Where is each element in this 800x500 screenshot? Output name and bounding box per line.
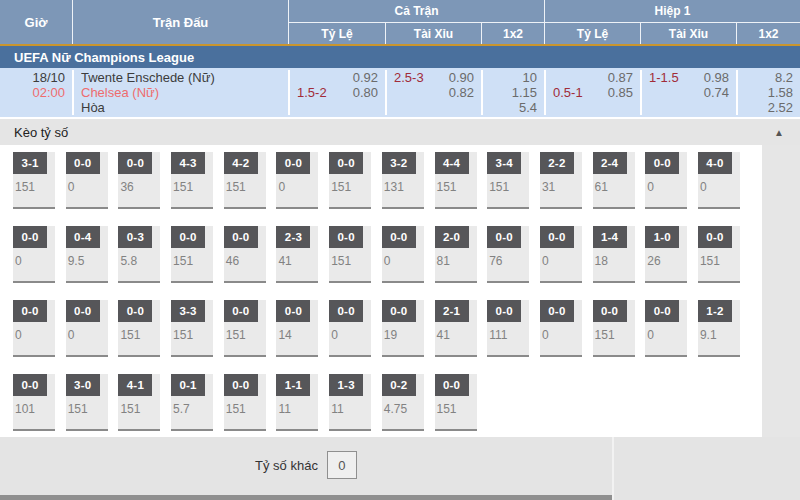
full-overunder-cell[interactable]: 2.5-30.90 0.82 <box>385 70 481 115</box>
full-over-odds[interactable]: 0.90 <box>449 70 474 85</box>
score-cell[interactable]: 0-0 19 <box>382 300 424 357</box>
score-cell[interactable]: 0-0 0 <box>540 226 582 283</box>
score-cell[interactable]: 0-0 151 <box>224 374 266 431</box>
score-badge: 0-0 <box>487 226 521 248</box>
score-cell[interactable]: 0-0 0 <box>645 300 687 357</box>
full-handicap-home-odds[interactable]: 0.92 <box>353 70 378 85</box>
score-badge: 4-3 <box>171 152 205 174</box>
score-cell[interactable]: 1-3 11 <box>329 374 371 431</box>
score-cell[interactable]: 0-0 46 <box>224 226 266 283</box>
half-1x2-away[interactable]: 1.58 <box>768 85 793 100</box>
horizontal-scrollbar-thumb[interactable] <box>0 495 612 500</box>
score-cell[interactable]: 0-0 151 <box>329 152 371 209</box>
collapse-arrow-icon[interactable]: ▲ <box>774 127 784 138</box>
score-cell[interactable]: 0-0 151 <box>593 300 635 357</box>
score-cell[interactable]: 2-4 61 <box>593 152 635 209</box>
other-score-box[interactable]: 0 <box>327 451 357 479</box>
score-badge: 1-1 <box>276 374 310 396</box>
score-cell[interactable]: 0-0 151 <box>224 300 266 357</box>
half-overunder-cell[interactable]: 1-1.50.98 0.74 <box>640 70 736 115</box>
score-cell[interactable]: 0-0 151 <box>118 300 160 357</box>
half-over-odds[interactable]: 0.98 <box>704 70 729 85</box>
group-header-full-time: Cả Trận <box>288 0 544 22</box>
score-cell[interactable]: 4-1 151 <box>118 374 160 431</box>
column-header-full-handicap: Tỷ Lệ <box>288 22 385 44</box>
score-cell[interactable]: 1-1 11 <box>276 374 318 431</box>
score-badge: 0-0 <box>66 300 100 322</box>
score-cell[interactable]: 0-0 14 <box>276 300 318 357</box>
score-cell[interactable]: 0-1 5.7 <box>171 374 213 431</box>
score-odds-value: 151 <box>329 248 371 268</box>
score-odds-value: 0 <box>645 322 687 342</box>
score-badge: 2-2 <box>540 152 574 174</box>
half-under-odds[interactable]: 0.74 <box>704 85 729 100</box>
score-cell[interactable]: 4-4 151 <box>435 152 477 209</box>
score-odds-value: 0 <box>13 248 55 268</box>
score-cell[interactable]: 0-0 111 <box>487 300 529 357</box>
half-1x2-home[interactable]: 8.2 <box>775 70 793 85</box>
half-1x2-draw[interactable]: 2.52 <box>768 100 793 115</box>
score-cell[interactable]: 0-0 0 <box>540 300 582 357</box>
score-odds-value: 4.75 <box>382 396 424 416</box>
score-cell[interactable]: 0-4 9.5 <box>66 226 108 283</box>
score-cell[interactable]: 0-0 151 <box>329 226 371 283</box>
score-cell[interactable]: 2-2 31 <box>540 152 582 209</box>
score-section-header[interactable]: Kèo tỷ số ▲ <box>0 119 800 145</box>
full-1x2-cell[interactable]: 10 1.15 5.4 <box>481 70 544 115</box>
score-cell[interactable]: 0-2 4.75 <box>382 374 424 431</box>
score-cell[interactable]: 0-0 151 <box>435 374 477 431</box>
score-cell[interactable]: 3-1 151 <box>13 152 55 209</box>
full-under-odds[interactable]: 0.82 <box>449 85 474 100</box>
score-cell[interactable]: 0-0 0 <box>382 226 424 283</box>
full-1x2-home[interactable]: 10 <box>523 70 537 85</box>
score-row: 0-0 101 3-0 151 4-1 151 0-1 5.7 0-0 151 … <box>0 374 800 431</box>
score-cell[interactable]: 3-2 131 <box>382 152 424 209</box>
score-odds-value: 151 <box>224 396 266 416</box>
score-cell[interactable]: 0-0 0 <box>66 300 108 357</box>
score-odds-value: 0 <box>66 322 108 342</box>
score-cell[interactable]: 4-3 151 <box>171 152 213 209</box>
half-handicap-home-odds[interactable]: 0.87 <box>608 70 633 85</box>
score-cell[interactable]: 4-2 151 <box>224 152 266 209</box>
score-cell[interactable]: 0-0 151 <box>171 226 213 283</box>
score-cell[interactable]: 3-4 151 <box>487 152 529 209</box>
betting-odds-panel: Giờ Trận Đấu Cả Trận Hiệp 1 Tỷ Lệ Tài Xỉ… <box>0 0 800 500</box>
score-cell[interactable]: 3-0 151 <box>66 374 108 431</box>
score-cell[interactable]: 0-3 5.8 <box>118 226 160 283</box>
score-cell[interactable]: 4-0 0 <box>698 152 740 209</box>
score-badge: 0-0 <box>645 300 679 322</box>
score-cell[interactable]: 0-0 0 <box>66 152 108 209</box>
score-cell[interactable]: 2-1 41 <box>435 300 477 357</box>
score-cell[interactable]: 0-0 0 <box>13 226 55 283</box>
score-cell[interactable]: 0-0 0 <box>13 300 55 357</box>
score-cell[interactable]: 0-0 151 <box>698 226 740 283</box>
score-cell[interactable]: 1-4 18 <box>593 226 635 283</box>
half-handicap-away-odds[interactable]: 0.85 <box>608 85 633 100</box>
score-cell[interactable]: 2-0 81 <box>435 226 477 283</box>
half-1x2-cell[interactable]: 8.2 1.58 2.52 <box>736 70 800 115</box>
match-row: 18/10 02:00 Twente Enschede (Nữ) Chelsea… <box>0 68 800 117</box>
score-cell[interactable]: 0-0 0 <box>329 300 371 357</box>
full-handicap-line: 1.5-2 <box>297 85 327 100</box>
full-1x2-draw[interactable]: 5.4 <box>519 100 537 115</box>
score-badge: 0-0 <box>645 152 679 174</box>
score-cell[interactable]: 1-0 26 <box>645 226 687 283</box>
score-cell[interactable]: 1-2 9.1 <box>698 300 740 357</box>
score-row: 0-0 0 0-4 9.5 0-3 5.8 0-0 151 0-0 46 2-3… <box>0 226 800 283</box>
column-header-full-1x2: 1x2 <box>481 22 544 44</box>
score-cell[interactable]: 0-0 76 <box>487 226 529 283</box>
half-handicap-cell[interactable]: 0.87 0.5-10.85 <box>544 70 640 115</box>
score-cell[interactable]: 0-0 36 <box>118 152 160 209</box>
score-cell[interactable]: 2-3 41 <box>276 226 318 283</box>
score-odds-value: 5.8 <box>118 248 160 268</box>
score-cell[interactable]: 3-3 151 <box>171 300 213 357</box>
score-odds-value: 151 <box>66 396 108 416</box>
full-1x2-away[interactable]: 1.15 <box>512 85 537 100</box>
score-badge: 3-1 <box>13 152 47 174</box>
full-handicap-away-odds[interactable]: 0.80 <box>353 85 378 100</box>
score-cell[interactable]: 0-0 101 <box>13 374 55 431</box>
full-handicap-cell[interactable]: 0.92 1.5-20.80 <box>288 70 385 115</box>
score-cell[interactable]: 0-0 0 <box>276 152 318 209</box>
score-odds-value: 0 <box>645 174 687 194</box>
score-cell[interactable]: 0-0 0 <box>645 152 687 209</box>
